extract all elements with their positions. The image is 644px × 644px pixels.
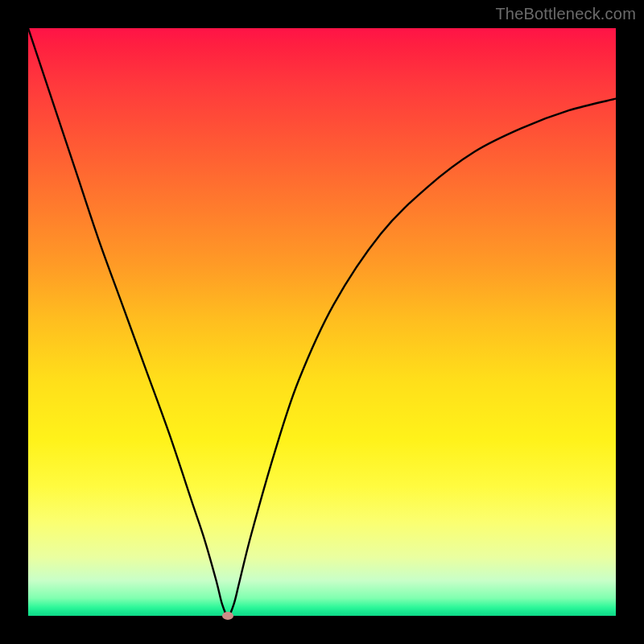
watermark-text: TheBottleneck.com [495, 5, 636, 23]
chart-frame: TheBottleneck.com [0, 0, 644, 644]
minimum-marker [222, 612, 233, 620]
plot-area [28, 28, 616, 616]
bottleneck-curve [28, 28, 616, 616]
